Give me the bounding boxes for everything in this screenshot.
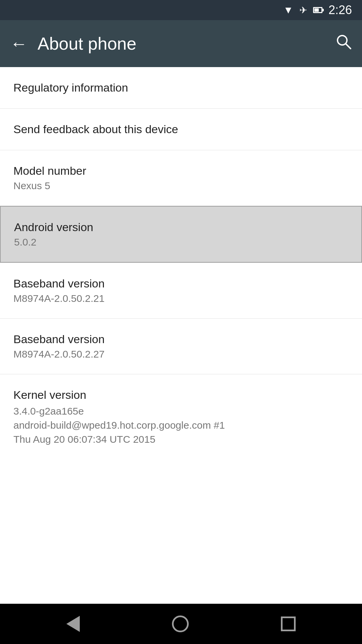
airplane-icon: ✈ — [299, 5, 307, 16]
app-bar-left: ← About phone — [10, 34, 136, 54]
baseband-version-1-value: M8974A-2.0.50.2.21 — [13, 293, 349, 304]
kernel-version-label: Kernel version — [13, 388, 349, 401]
kernel-version-item[interactable]: Kernel version 3.4.0-g2aa165e android-bu… — [0, 374, 362, 461]
send-feedback-label: Send feedback about this device — [13, 123, 349, 136]
page-title: About phone — [38, 34, 136, 54]
search-button[interactable] — [335, 33, 352, 54]
kernel-version-value: 3.4.0-g2aa165e android-build@wped19.hot.… — [13, 404, 349, 446]
status-icons: ▼ ✈ 2:26 — [283, 3, 352, 17]
nav-back-button[interactable] — [66, 616, 80, 632]
baseband-version-2-item[interactable]: Baseband version M8974A-2.0.50.2.27 — [0, 319, 362, 374]
regulatory-information-label: Regulatory information — [13, 81, 349, 94]
nav-bar — [0, 604, 362, 644]
android-version-label: Android version — [14, 221, 348, 234]
android-version-item[interactable]: Android version 5.0.2 — [0, 206, 362, 263]
regulatory-information-item[interactable]: Regulatory information — [0, 67, 362, 108]
baseband-version-1-item[interactable]: Baseband version M8974A-2.0.50.2.21 — [0, 263, 362, 318]
app-bar: ← About phone — [0, 20, 362, 67]
model-number-item[interactable]: Model number Nexus 5 — [0, 150, 362, 206]
battery-icon — [313, 7, 322, 13]
model-number-value: Nexus 5 — [13, 180, 349, 192]
nav-home-button[interactable] — [172, 615, 189, 632]
status-time: 2:26 — [328, 3, 352, 17]
status-bar: ▼ ✈ 2:26 — [0, 0, 362, 20]
model-number-label: Model number — [13, 164, 349, 177]
baseband-version-2-label: Baseband version — [13, 333, 349, 346]
home-circle-icon — [172, 615, 189, 632]
android-version-value: 5.0.2 — [14, 236, 348, 248]
recents-square-icon — [281, 616, 296, 631]
baseband-version-1-label: Baseband version — [13, 277, 349, 290]
svg-line-1 — [346, 44, 351, 49]
back-button[interactable]: ← — [10, 35, 27, 52]
wifi-icon: ▼ — [283, 4, 293, 16]
send-feedback-item[interactable]: Send feedback about this device — [0, 109, 362, 150]
baseband-version-2-value: M8974A-2.0.50.2.27 — [13, 348, 349, 360]
nav-recents-button[interactable] — [281, 616, 296, 631]
settings-list: Regulatory information Send feedback abo… — [0, 67, 362, 604]
back-triangle-icon — [66, 616, 80, 632]
